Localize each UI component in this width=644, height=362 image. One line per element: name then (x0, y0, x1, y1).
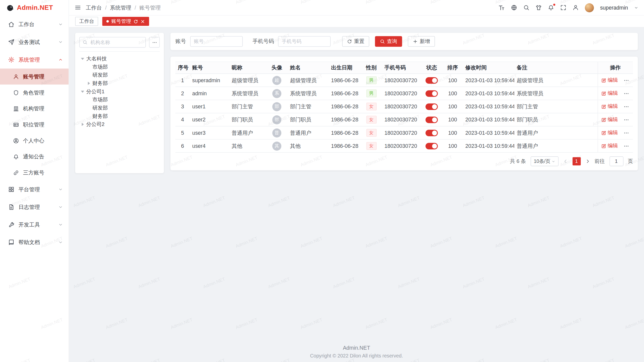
bell-icon (548, 5, 554, 11)
avatar[interactable] (585, 3, 594, 12)
tree-node[interactable]: 研发部 (79, 71, 160, 79)
profile-icon (13, 138, 19, 144)
goto-page-input[interactable] (609, 156, 623, 166)
tree-node[interactable]: 市场部 (79, 63, 160, 71)
cell-status (421, 126, 442, 139)
sidebar-item-help-docs[interactable]: 帮助文档 (0, 234, 69, 251)
logo[interactable]: Admin.NET (0, 0, 69, 16)
status-toggle[interactable] (425, 90, 438, 97)
tree-more-button[interactable] (149, 37, 160, 48)
sidebar-item-label: 三方账号 (23, 169, 44, 176)
chevron-down-icon[interactable] (634, 6, 638, 10)
profile-button[interactable] (573, 5, 579, 11)
add-button[interactable]: 新增 (408, 36, 435, 47)
global-search-button[interactable] (523, 5, 529, 11)
gender-tag: 女 (366, 103, 377, 110)
edit-button[interactable]: 编辑 (601, 90, 618, 97)
breadcrumb-item-system[interactable]: 系统管理 (110, 4, 131, 11)
collapse-menu-button[interactable] (75, 5, 81, 11)
edit-button[interactable]: 编辑 (601, 103, 618, 110)
tree-node[interactable]: 研发部 (79, 104, 160, 112)
table-body: 1 superadmin 超级管理员 超 超级管理员 1986-06-28 (175, 74, 633, 152)
cell-phone: 18020030720 (382, 100, 421, 113)
column-header: 排序 (442, 62, 463, 74)
more-actions-icon[interactable] (623, 104, 629, 109)
gender-tag: 女 (366, 116, 377, 123)
tab-workbench[interactable]: 工作台 (75, 17, 98, 26)
status-toggle[interactable] (425, 77, 438, 84)
status-toggle[interactable] (425, 103, 438, 110)
sidebar-item-account-management[interactable]: 账号管理 (0, 69, 69, 85)
fullscreen-button[interactable] (560, 5, 566, 11)
sidebar-item-platform-management[interactable]: 平台管理 (0, 180, 69, 198)
close-icon[interactable] (140, 19, 145, 24)
breadcrumb-item-workbench[interactable]: 工作台 (86, 4, 102, 11)
tree-node[interactable]: 财务部 (79, 79, 160, 87)
sidebar-item-personal-center[interactable]: 个人中心 (0, 132, 69, 149)
search-button[interactable]: 查询 (375, 36, 402, 47)
account-input[interactable] (190, 36, 243, 47)
tree-caret-icon[interactable] (80, 58, 85, 60)
app-root: Admin.NET 工作台 业务测试 系统管理 账号管理 (0, 0, 644, 362)
sidebar-item-role-management[interactable]: 角色管理 (0, 84, 69, 101)
sidebar-item-dev-tools[interactable]: 开发工具 (0, 216, 69, 234)
sidebar-item-business-test[interactable]: 业务测试 (0, 33, 69, 51)
add-button-label: 新增 (420, 38, 430, 45)
reset-button[interactable]: 重置 (342, 36, 369, 47)
phone-input[interactable] (278, 36, 331, 47)
topbar-actions: superadmin (498, 3, 638, 12)
tree-node[interactable]: 分公司1 (79, 87, 160, 96)
cell-actions: 编辑 (598, 87, 633, 100)
prev-page-button[interactable] (563, 159, 568, 164)
tree-caret-icon[interactable] (80, 90, 85, 93)
page-size-select[interactable]: 10条/页 (531, 156, 558, 166)
column-header: 头像 (266, 62, 288, 74)
next-page-button[interactable] (585, 159, 590, 164)
sidebar-item-thirdparty-account[interactable]: 三方账号 (0, 165, 69, 181)
edit-button[interactable]: 编辑 (601, 129, 618, 136)
tree-caret-icon[interactable] (86, 82, 91, 85)
status-toggle[interactable] (425, 116, 438, 123)
tree-node-label: 大名科技 (86, 55, 107, 62)
more-actions-icon[interactable] (623, 90, 629, 96)
footer-title: Admin.NET (69, 345, 644, 351)
theme-button[interactable] (536, 5, 542, 11)
more-actions-icon[interactable] (623, 77, 629, 83)
more-actions-icon[interactable] (623, 117, 629, 123)
tab-account-management[interactable]: 账号管理 (102, 17, 149, 26)
more-actions-icon[interactable] (623, 143, 629, 149)
tree-node[interactable]: 大名科技 (79, 55, 160, 63)
cell-remark: 普通用户 (514, 139, 597, 152)
table-row: 1 superadmin 超级管理员 超 超级管理员 1986-06-28 (175, 74, 633, 87)
edit-button[interactable]: 编辑 (601, 77, 618, 84)
username[interactable]: superadmin (600, 5, 628, 11)
cell-phone: 18020030720 (382, 126, 421, 139)
tree-node[interactable]: 市场部 (79, 96, 160, 104)
edit-button[interactable]: 编辑 (601, 116, 618, 123)
footer-copyright: Copyright © 2022 Dilon All rights reserv… (69, 353, 644, 359)
more-actions-icon[interactable] (623, 130, 629, 136)
sidebar-item-workbench[interactable]: 工作台 (0, 16, 69, 33)
cell-modify-time: 2023-01-03 10:59:44 (463, 113, 514, 126)
refresh-icon[interactable] (134, 19, 138, 24)
toggle-knob (432, 117, 437, 122)
sidebar-item-log-management[interactable]: 日志管理 (0, 198, 69, 216)
sidebar-item-notice[interactable]: 通知公告 (0, 149, 69, 165)
tree-caret-icon[interactable] (80, 123, 85, 126)
status-toggle[interactable] (425, 130, 438, 136)
sidebar-item-system-management[interactable]: 系统管理 (0, 51, 69, 68)
column-header: 出生日期 (329, 62, 360, 74)
page-1-button[interactable]: 1 (572, 157, 581, 165)
cell-sort: 100 (442, 74, 463, 87)
language-button[interactable] (511, 5, 517, 11)
edit-button[interactable]: 编辑 (601, 143, 618, 150)
font-size-button[interactable] (498, 4, 505, 11)
org-search-input[interactable] (90, 39, 143, 46)
sidebar-item-position-management[interactable]: 职位管理 (0, 117, 69, 133)
tree-node[interactable]: 分公司2 (79, 120, 160, 128)
notification-button[interactable] (548, 5, 554, 11)
tree-node[interactable]: 财务部 (79, 112, 160, 120)
status-toggle[interactable] (425, 143, 438, 149)
sidebar-item-org-management[interactable]: 机构管理 (0, 101, 69, 117)
refresh-icon (347, 39, 352, 44)
